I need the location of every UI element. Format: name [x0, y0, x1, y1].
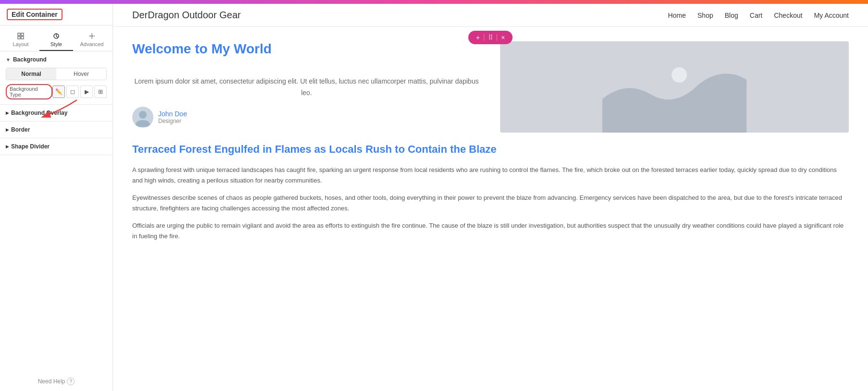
style-icon — [52, 32, 60, 40]
hero-left: Welcome to My World Lorem ipsum dolor si… — [132, 41, 481, 133]
article-para-3: Officials are urging the public to remai… — [132, 220, 849, 242]
svg-rect-1 — [21, 33, 24, 36]
bg-arrow: ▼ — [6, 57, 11, 62]
normal-hover-toggle: Normal Hover — [6, 68, 107, 80]
container-toolbar: + ⠿ × — [468, 31, 513, 44]
hero-section: Welcome to My World Lorem ipsum dolor si… — [113, 27, 868, 142]
svg-point-6 — [139, 111, 147, 119]
author-avatar — [132, 107, 153, 128]
bg-type-row: Background Type ✏️ ◻ ▶ ⊞ — [6, 84, 107, 99]
advanced-icon — [88, 32, 96, 40]
bg-icon-video[interactable]: ▶ — [80, 86, 93, 98]
tab-layout[interactable]: Layout — [4, 29, 38, 51]
svg-point-5 — [91, 35, 93, 37]
bg-overlay-arrow: ▸ — [6, 110, 9, 116]
edit-container-title: Edit Container — [7, 9, 63, 20]
shape-divider-section[interactable]: ▸ Shape Divider — [0, 138, 113, 155]
bg-icon-square[interactable]: ◻ — [66, 86, 79, 98]
normal-toggle-btn[interactable]: Normal — [6, 68, 56, 80]
border-section[interactable]: ▸ Border — [0, 122, 113, 138]
site-title: DerDragon Outdoor Gear — [132, 10, 241, 21]
sidebar-tabs: Layout Style Advanced — [0, 25, 113, 51]
author-role: Designer — [158, 118, 187, 124]
sidebar: Edit Container Layout Style — [0, 4, 113, 391]
top-bar — [0, 0, 868, 4]
toolbar-divider-2 — [497, 34, 497, 41]
nav-my-account[interactable]: My Account — [814, 12, 849, 19]
bg-type-label: Background Type — [6, 84, 52, 99]
sidebar-header: Edit Container — [0, 4, 113, 25]
need-help[interactable]: Need Help ? — [0, 372, 113, 391]
nav-home[interactable]: Home — [668, 12, 686, 19]
author-row: John Doe Designer — [132, 107, 481, 128]
article-body: A sprawling forest with unique terraced … — [132, 165, 849, 242]
toolbar-divider-1 — [484, 34, 484, 41]
article-section: Terraced Forest Engulfed in Flames as Lo… — [113, 142, 868, 263]
border-arrow: ▸ — [6, 126, 9, 133]
tab-style[interactable]: Style — [39, 29, 73, 51]
help-icon: ? — [67, 378, 75, 385]
page-content: + ⠿ × Welcome to My World Lorem ipsum do… — [113, 27, 868, 391]
svg-rect-0 — [18, 33, 20, 36]
toolbar-add-btn[interactable]: + — [473, 33, 483, 42]
author-name: John Doe — [158, 110, 187, 118]
background-section: ▼ Background Normal Hover Background Typ… — [0, 51, 113, 105]
svg-rect-2 — [18, 37, 20, 39]
main-content: DerDragon Outdoor Gear Home Shop Blog Ca… — [113, 4, 868, 391]
site-header: DerDragon Outdoor Gear Home Shop Blog Ca… — [113, 4, 868, 27]
hero-body-text: Lorem ipsum dolor sit amet, consectetur … — [132, 76, 481, 99]
author-info: John Doe Designer — [158, 110, 187, 124]
tab-advanced[interactable]: Advanced — [75, 29, 109, 51]
bg-icon-grid[interactable]: ⊞ — [94, 86, 107, 98]
nav-checkout[interactable]: Checkout — [774, 12, 802, 19]
hero-image — [500, 41, 849, 133]
site-nav: Home Shop Blog Cart Checkout My Account — [668, 12, 849, 19]
bg-type-icons: ✏️ ◻ ▶ ⊞ — [52, 86, 107, 98]
nav-blog[interactable]: Blog — [725, 12, 738, 19]
shape-divider-arrow: ▸ — [6, 143, 9, 150]
svg-point-8 — [672, 67, 687, 83]
nav-cart[interactable]: Cart — [750, 12, 762, 19]
background-overlay-section[interactable]: ▸ Background Overlay — [0, 105, 113, 122]
bg-icon-pencil[interactable]: ✏️ — [52, 86, 65, 98]
avatar-icon — [132, 107, 153, 128]
background-section-title[interactable]: ▼ Background — [6, 56, 107, 63]
hero-title: Welcome to My World — [132, 41, 481, 57]
nav-shop[interactable]: Shop — [697, 12, 713, 19]
toolbar-close-btn[interactable]: × — [498, 33, 508, 42]
svg-rect-3 — [21, 37, 24, 39]
layout-icon — [17, 32, 25, 40]
article-title: Terraced Forest Engulfed in Flames as Lo… — [132, 142, 849, 157]
toolbar-move-btn[interactable]: ⠿ — [485, 33, 496, 42]
hover-toggle-btn[interactable]: Hover — [56, 68, 106, 80]
article-para-2: Eyewitnesses describe scenes of chaos as… — [132, 193, 849, 214]
article-para-1: A sprawling forest with unique terraced … — [132, 165, 849, 186]
image-placeholder-svg — [500, 41, 849, 133]
